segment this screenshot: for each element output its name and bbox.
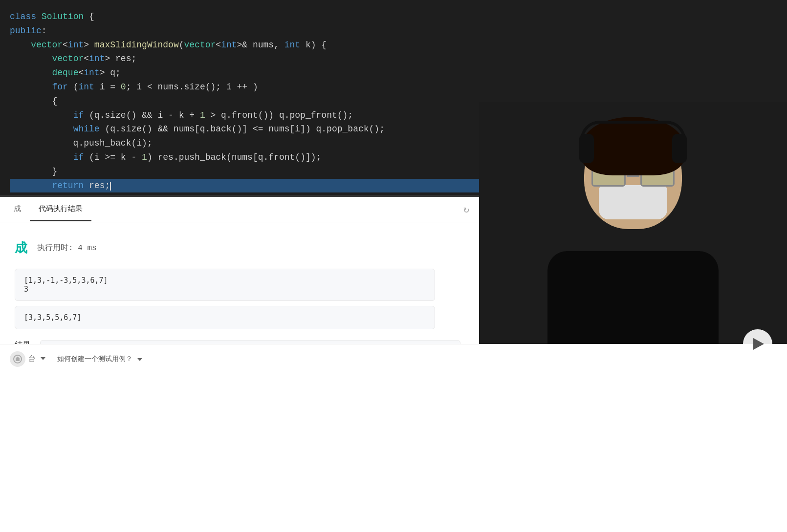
- test-case-btn[interactable]: 如何创建一个测试用例？: [50, 351, 149, 367]
- platform-label: 台: [28, 354, 36, 363]
- code-line-4: vector<int> res;: [10, 52, 777, 66]
- code-line-5: deque<int> q;: [10, 66, 777, 80]
- bottom-panel: 成 代码执行结果 ↻ 成 执行用时: 4 ms: [0, 197, 787, 532]
- test-case-label: 如何创建一个测试用例？: [57, 355, 132, 363]
- output-value: [3,3,5,5,6,7]: [24, 313, 426, 322]
- headphone-left: [579, 134, 594, 163]
- output-box: [3,3,5,5,6,7]: [15, 306, 435, 329]
- test-case-chevron-icon: [135, 355, 142, 363]
- platform-area: 台: [10, 351, 45, 367]
- code-line-1: class Solution {: [10, 10, 777, 24]
- person-video: [479, 102, 787, 373]
- video-overlay: [479, 102, 787, 373]
- play-icon: [753, 338, 764, 350]
- headphone-right: [672, 134, 687, 163]
- tab-example[interactable]: 成: [5, 197, 30, 221]
- glasses-bridge: [627, 175, 639, 177]
- person-mask: [599, 185, 667, 219]
- refresh-icon[interactable]: ↻: [463, 203, 469, 215]
- platform-chevron-icon[interactable]: [39, 355, 45, 363]
- tab-code-result[interactable]: 代码执行结果: [30, 197, 91, 221]
- platform-svg-icon: [13, 354, 22, 364]
- play-button[interactable]: [743, 329, 772, 359]
- code-line-6: for (int i = 0; i < nums.size(); i ++ ): [10, 80, 777, 94]
- input-value-1: [1,3,-1,-3,5,3,6,7]: [24, 276, 426, 285]
- platform-icon: [10, 351, 25, 367]
- code-line-2: public:: [10, 24, 777, 38]
- bottom-toolbar: 台 如何创建一个测试用例？: [0, 344, 787, 373]
- status-success-text: 成: [15, 239, 27, 256]
- input-value-2: 3: [24, 285, 426, 294]
- input-box: [1,3,-1,-3,5,3,6,7] 3: [15, 269, 435, 301]
- headphone-band: [580, 121, 686, 140]
- result-area: 成 执行用时: 4 ms [1,3,-1,-3,5,3,6,7] 3: [0, 222, 787, 373]
- exec-time: 执行用时: 4 ms: [37, 243, 97, 253]
- code-line-3: vector<int> maxSlidingWindow(vector<int>…: [10, 38, 777, 52]
